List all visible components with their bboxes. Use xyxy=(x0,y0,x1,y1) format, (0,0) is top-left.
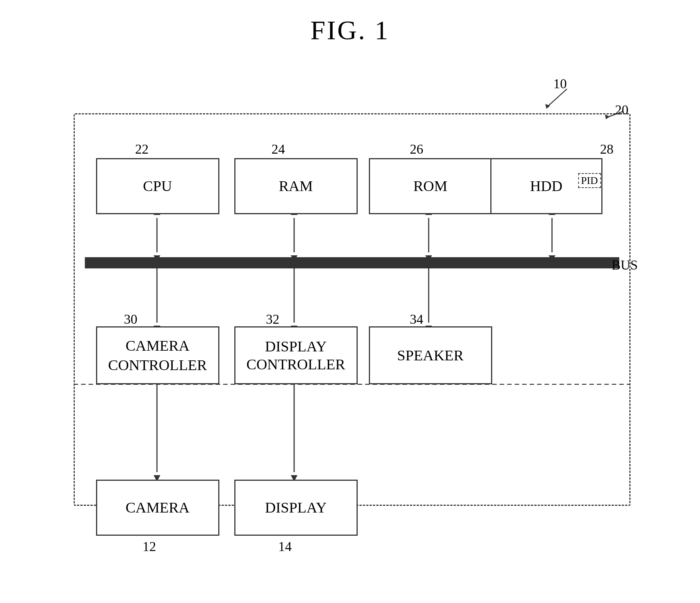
ref-26: 26 xyxy=(410,141,423,157)
cpu-box: CPU xyxy=(96,158,219,214)
ref-28: 28 xyxy=(600,141,614,157)
camera-controller-box: CAMERACONTROLLER xyxy=(96,326,219,384)
display-controller-box: DISPLAYCONTROLLER xyxy=(234,326,358,384)
camera-box: CAMERA xyxy=(96,480,219,536)
ref-14: 14 xyxy=(278,539,292,554)
ref-12: 12 xyxy=(143,539,156,554)
camera-controller-label: CAMERACONTROLLER xyxy=(108,336,207,375)
diagram-wrapper: 10 20 BUS CPU 22 RAM 24 ROM 26 HDD 28 PI… xyxy=(51,68,649,584)
ref-10: 10 xyxy=(553,76,567,92)
display-controller-label: DISPLAYCONTROLLER xyxy=(246,338,345,373)
bus-bar xyxy=(85,257,619,268)
rom-box: ROM xyxy=(369,158,492,214)
ref-24: 24 xyxy=(272,141,285,157)
ram-box: RAM xyxy=(234,158,358,214)
display-box: DISPLAY xyxy=(234,480,358,536)
bus-label: BUS xyxy=(611,257,638,273)
pid-label: PID xyxy=(578,173,601,188)
ref-32: 32 xyxy=(266,311,280,327)
ref-34: 34 xyxy=(410,311,423,327)
speaker-box: SPEAKER xyxy=(369,326,492,384)
fig-title: FIG. 1 xyxy=(310,15,389,46)
ref-22: 22 xyxy=(135,141,149,157)
ref-30: 30 xyxy=(124,311,138,327)
